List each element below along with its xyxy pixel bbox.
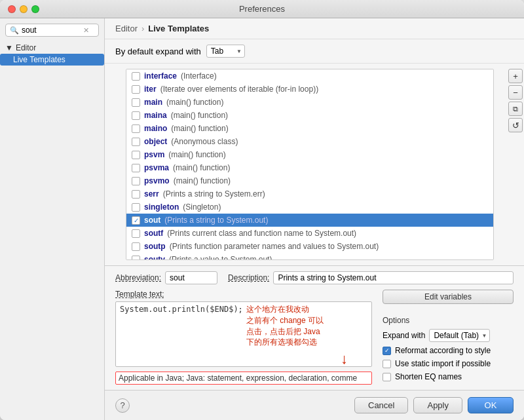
template-item-object[interactable]: object (Anonymous class)	[126, 135, 493, 148]
template-text-label: Template text:	[115, 290, 372, 299]
search-box[interactable]: 🔍 ✕	[5, 24, 99, 37]
options-expand-select-wrapper[interactable]: Default (Tab) Tab Enter	[429, 329, 490, 342]
template-checkbox-psvma[interactable]	[132, 164, 140, 172]
template-name-sout: sout	[144, 216, 160, 225]
template-textarea[interactable]: System.out.println($END$);	[115, 301, 372, 367]
shorten-eq-row[interactable]: Shorten EQ names	[383, 372, 514, 381]
template-item-soutp[interactable]: soutp (Prints function parameter names a…	[126, 240, 493, 253]
template-item-soutv[interactable]: soutv (Prints a value to System.out)	[126, 253, 493, 260]
template-desc-interface: (Interface)	[181, 71, 217, 81]
template-checkbox-interface[interactable]	[132, 72, 140, 81]
arrow-icon: ▼	[5, 43, 13, 52]
abbr-desc-row: Abbreviation: Description:	[115, 271, 514, 284]
sidebar-item-live-templates[interactable]: Live Templates	[0, 54, 104, 66]
expand-with-row: By default expand with Tab Enter Space	[105, 39, 524, 64]
template-item-singleton[interactable]: singleton (Singleton)	[126, 200, 493, 214]
reformat-checkbox[interactable]: ✓	[383, 347, 391, 355]
template-name-psvm: psvm	[144, 150, 164, 159]
expand-with-select[interactable]: Tab Enter Space	[206, 45, 245, 58]
template-item-maino[interactable]: maino (main() function)	[126, 122, 493, 135]
templates-list-container: interface (Interface)iter (Iterate over …	[126, 69, 494, 260]
search-icon: 🔍	[10, 26, 19, 35]
template-checkbox-object[interactable]	[132, 138, 140, 146]
description-input[interactable]	[273, 271, 514, 284]
template-checkbox-main[interactable]	[132, 98, 140, 107]
template-desc-sout: (Prints a string to System.out)	[164, 216, 268, 225]
template-checkbox-maina[interactable]	[132, 111, 140, 120]
template-checkbox-soutf[interactable]	[132, 229, 140, 238]
template-name-iter: iter	[144, 85, 157, 94]
breadcrumb-parent: Editor	[115, 24, 138, 33]
apply-button[interactable]: Apply	[413, 397, 462, 413]
static-import-row[interactable]: Use static import if possible	[383, 359, 514, 368]
side-buttons: + − ⧉ ↺	[508, 69, 524, 260]
template-item-psvma[interactable]: psvma (main() function)	[126, 161, 493, 174]
applicable-row: Applicable in Java; Java: statement, exp…	[115, 372, 372, 385]
search-clear-icon[interactable]: ✕	[83, 26, 89, 35]
reformat-row[interactable]: ✓ Reformat according to style	[383, 346, 514, 355]
template-checkbox-soutp[interactable]	[132, 242, 140, 251]
template-item-soutf[interactable]: soutf (Prints current class and function…	[126, 227, 493, 240]
live-templates-label: Live Templates	[13, 55, 66, 64]
sidebar-item-editor[interactable]: ▼ Editor	[0, 42, 104, 54]
template-item-sout[interactable]: ✓sout (Prints a string to System.out)	[126, 214, 493, 227]
template-desc-iter: (Iterate over elements of iterable (for-…	[160, 85, 318, 94]
template-item-maina[interactable]: maina (main() function)	[126, 109, 493, 122]
template-checkbox-serr[interactable]	[132, 190, 140, 199]
applicable-text: Applicable in Java; Java: statement, exp…	[119, 373, 357, 383]
template-text-row: Template text: System.out.println($END$)…	[115, 290, 514, 385]
template-name-soutp: soutp	[144, 242, 166, 251]
template-checkbox-sout[interactable]: ✓	[132, 216, 140, 225]
edit-variables-button[interactable]: Edit variables	[383, 290, 514, 304]
template-item-main[interactable]: main (main() function)	[126, 96, 493, 109]
add-template-button[interactable]: +	[508, 69, 523, 83]
options-expand-select[interactable]: Default (Tab) Tab Enter	[429, 329, 490, 342]
template-item-interface[interactable]: interface (Interface)	[126, 69, 493, 83]
close-button[interactable]	[8, 5, 16, 13]
main-content: 🔍 ✕ ▼ Editor Live Templates Editor › Liv…	[0, 18, 524, 420]
template-checkbox-maino[interactable]	[132, 124, 140, 133]
remove-template-button[interactable]: −	[508, 85, 523, 100]
copy-template-button[interactable]: ⧉	[508, 102, 523, 116]
search-input[interactable]	[22, 26, 81, 35]
expand-with-select-wrapper[interactable]: Tab Enter Space	[206, 45, 245, 58]
template-checkbox-singleton[interactable]	[132, 203, 140, 212]
maximize-button[interactable]	[31, 5, 39, 13]
template-item-psvm[interactable]: psvm (main() function)	[126, 148, 493, 161]
template-checkbox-iter[interactable]	[132, 85, 140, 94]
footer: ? Cancel Apply OK	[105, 390, 524, 420]
ok-button[interactable]: OK	[468, 397, 514, 413]
cancel-button[interactable]: Cancel	[354, 397, 408, 413]
templates-section: interface (Interface)iter (Iterate over …	[105, 64, 524, 265]
template-name-psvmo: psvmo	[144, 176, 170, 185]
title-bar: Preferences	[0, 0, 524, 18]
breadcrumb: Editor › Live Templates	[105, 18, 524, 39]
abbreviation-input[interactable]	[165, 271, 217, 284]
template-desc-psvmo: (main() function)	[174, 176, 231, 185]
shorten-eq-checkbox[interactable]	[383, 373, 391, 381]
reset-template-button[interactable]: ↺	[508, 118, 523, 132]
help-button[interactable]: ?	[115, 398, 130, 413]
template-checkbox-psvmo[interactable]	[132, 177, 140, 185]
details-section: Abbreviation: Description: Template text…	[105, 265, 524, 390]
template-name-object: object	[144, 137, 167, 146]
static-import-checkbox[interactable]	[383, 360, 391, 368]
template-textarea-wrapper: System.out.println($END$); 这个地方在我改动之前有个 …	[115, 301, 372, 369]
template-checkbox-soutv[interactable]	[132, 256, 140, 261]
template-desc-object: (Anonymous class)	[171, 137, 238, 146]
minimize-button[interactable]	[20, 5, 28, 13]
template-name-main: main	[144, 98, 162, 107]
template-item-serr[interactable]: serr (Prints a string to System.err)	[126, 187, 493, 200]
help-label: ?	[120, 400, 124, 410]
template-desc-soutf: (Prints current class and function name …	[167, 229, 356, 238]
template-item-iter[interactable]: iter (Iterate over elements of iterable …	[126, 83, 493, 96]
template-desc-singleton: (Singleton)	[183, 202, 221, 212]
template-checkbox-psvm[interactable]	[132, 151, 140, 159]
template-item-psvmo[interactable]: psvmo (main() function)	[126, 174, 493, 187]
options-label: Options	[383, 316, 514, 325]
template-desc-psvm: (main() function)	[168, 150, 225, 159]
sidebar-tree: ▼ Editor Live Templates	[0, 42, 104, 420]
template-name-serr: serr	[144, 189, 159, 199]
editor-label: Editor	[16, 43, 36, 52]
template-name-soutv: soutv	[144, 255, 165, 260]
